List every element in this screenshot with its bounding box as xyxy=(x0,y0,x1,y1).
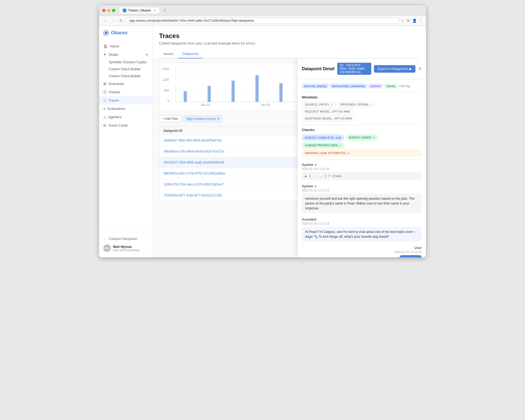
app-container: Okareo 🏠 Home ✦ Studio ▼ Synthetic Scena… xyxy=(99,26,426,257)
export-arrow-icon: ▶ xyxy=(409,67,412,71)
sidebar-item-label: Score Cards xyxy=(108,123,128,127)
detail-header: Datapoint Detail ID: D6E2281F-765D-4668-… xyxy=(298,58,426,79)
checks-icon: ☑ xyxy=(103,90,107,94)
main-content: Traces Collect datapoints from your LLM … xyxy=(153,26,426,257)
sidebar-item-eval-playground[interactable]: Synthetic Scenario Copilot xyxy=(99,59,152,66)
address-bar[interactable]: app.okareo.com/project/8c69ab40-7e5e-444… xyxy=(126,17,399,24)
message-role-4: User xyxy=(414,246,422,250)
menu-icon[interactable]: ⋮ xyxy=(419,18,423,23)
tag-question-answering[interactable]: task:question_answering xyxy=(330,84,367,88)
datapoint-id-6[interactable]: 7629920a-f877-4c66-9f77-fe41bc221302 xyxy=(164,194,318,197)
tab-bar: Issues Datapoints xyxy=(159,50,419,58)
meta-tag-x-icon[interactable]: ✕ xyxy=(369,103,372,106)
eval-playground-label: Synthetic Scenario Copilot xyxy=(109,60,147,64)
sidebar-item-scenarios[interactable]: ⊞ Scenarios xyxy=(99,80,152,88)
tag-role-playing[interactable]: task:role_playing xyxy=(302,84,328,88)
detail-id-badge: ID: D6E2281F-765D-4668-AADB-1EE5B9D8DC04 xyxy=(337,63,371,75)
traces-icon: ⬡ xyxy=(103,98,106,102)
browser-nav: ← → ↻ app.okareo.com/project/8c69ab40-7e… xyxy=(99,16,426,26)
check-tags: SURVEY COMPLETE: 4.94 SURVEY SAVED: ✓ LE… xyxy=(302,135,422,148)
x-label-2: Jan-25 xyxy=(261,103,270,106)
maximize-button[interactable] xyxy=(112,9,115,12)
chevron-down-icon: ▼ xyxy=(145,53,148,56)
home-icon: 🏠 xyxy=(103,44,108,48)
minimize-button[interactable] xyxy=(107,9,110,12)
message-block-3: Assistant 2025-01-20 17:21:19 Hi Pearl! … xyxy=(302,218,422,242)
message-block-4: User 2025-01-20 17:21:19 Bull Mastiff xyxy=(302,246,422,257)
expand-icon: ▶ xyxy=(305,174,309,178)
sidebar-item-checks[interactable]: ☑ Checks xyxy=(99,88,152,96)
tab-issues[interactable]: Issues xyxy=(159,50,178,58)
close-detail-button[interactable]: ✕ xyxy=(418,66,422,72)
collapsed-json-1[interactable]: ▶ { . . . } 7 items xyxy=(302,172,422,180)
sidebar-nav: 🏠 Home ✦ Studio ▼ Synthetic Scenario Cop… xyxy=(99,40,152,232)
sidebar-item-home[interactable]: 🏠 Home xyxy=(99,42,152,50)
content-area: 2231 1200 600 0 xyxy=(153,58,426,257)
refresh-button[interactable]: ↻ xyxy=(118,18,124,23)
svg-rect-10 xyxy=(256,75,259,102)
sidebar-item-evaluations[interactable]: ≡ Evaluations xyxy=(99,105,152,113)
check-survey-saved: SURVEY SAVED: ✓ xyxy=(346,135,378,141)
sidebar-item-studio[interactable]: ✦ Studio ▼ xyxy=(99,50,152,59)
sidebar-item-label: Home xyxy=(110,44,119,48)
scorecards-icon: ⊟ xyxy=(103,123,106,127)
tag-webinar[interactable]: webinar xyxy=(368,84,383,88)
col-datapoint-id: Datapoint ID xyxy=(164,129,318,133)
sidebar-logo: Okareo xyxy=(99,26,152,40)
tag-survey[interactable]: survey xyxy=(384,84,397,88)
message-block-1: System ▼ 2025-01-20 17:21:19 ▶ { . . . }… xyxy=(302,163,422,180)
user-avatar: MW xyxy=(103,244,111,252)
user-info[interactable]: MW Matt Wyman User and Org Settings › xyxy=(103,242,148,254)
add-tag-button[interactable]: Add tag xyxy=(399,84,410,88)
datapoint-id-2[interactable]: d0fa840a-a706-48e9-b4bd-b242e741671e xyxy=(164,150,318,153)
new-tab-button[interactable]: + xyxy=(163,8,166,13)
meta-tag-x-icon[interactable]: ✕ xyxy=(331,103,333,106)
divider xyxy=(302,159,422,160)
agentics-icon: △ xyxy=(103,115,106,119)
export-to-playground-button[interactable]: Export to Playground ▶ xyxy=(374,65,415,73)
datapoint-id-5[interactable]: 1638c376-2336-4acc-8129-436023af1e47 xyxy=(164,183,318,186)
evaluations-icon: ≡ xyxy=(103,107,106,111)
sidebar-item-agentics[interactable]: △ Agentics xyxy=(99,113,152,121)
star-icon[interactable]: ☆ xyxy=(401,18,404,23)
sidebar-item-label: Traces xyxy=(108,98,119,102)
sidebar-item-label: Evaluations xyxy=(108,107,126,111)
user-text: Matt Wyman User and Org Settings xyxy=(113,245,145,252)
forward-button[interactable]: → xyxy=(110,18,116,23)
filter-tag-close-icon[interactable]: ✕ xyxy=(217,117,220,121)
add-filter-button[interactable]: + Add Filter xyxy=(159,115,181,122)
back-button[interactable]: ← xyxy=(102,18,108,23)
message-timestamp-4: 2025-01-20 17:21:19 xyxy=(394,250,422,254)
y-label-mid1: 1200 xyxy=(163,78,169,81)
browser-tab[interactable]: Traces | Okareo ✕ xyxy=(119,8,159,13)
profile-icon[interactable]: 👤 xyxy=(412,18,417,23)
role-dropdown-1[interactable]: System ▼ xyxy=(302,163,317,167)
collapse-navigation-button[interactable]: ← Collapse Navigation xyxy=(103,235,148,242)
sidebar-item-scorecards[interactable]: ⊟ Score Cards xyxy=(99,121,152,129)
metadata-tags-row2: RESPONSE MODEL: GPT-4O-MINI xyxy=(302,116,422,121)
datapoint-id-4[interactable]: 8863682a-0921-473e-9752-5213402e89aa xyxy=(164,172,318,175)
close-button[interactable] xyxy=(102,9,106,12)
extensions-icon[interactable]: ⚙ xyxy=(407,18,410,23)
datapoint-id-3[interactable]: d6e2281f-765d-4668-aadb-1ee5b9d8dc04 xyxy=(164,161,318,164)
message-bubble-3: Hi Pearl! I'm Calypso, and I'm here to c… xyxy=(302,227,422,242)
tab-datapoints[interactable]: Datapoints xyxy=(178,50,203,58)
scenarios-icon: ⊞ xyxy=(103,82,106,86)
sidebar-item-custom-check[interactable]: Custom Check Builder xyxy=(99,73,152,80)
meta-tag-response-model: RESPONSE MODEL: GPT-4O-MINI xyxy=(302,116,355,121)
metadata-tags: SOURCE: PROXY ✕ PROVIDER: OPENAI ✕ REQUE… xyxy=(302,102,422,114)
x-label-1: Jan-23 xyxy=(201,103,210,106)
sidebar-item-label: Studio xyxy=(108,53,118,57)
sidebar-item-traces[interactable]: ⬡ Traces xyxy=(99,96,152,105)
tab-title: Traces | Okareo xyxy=(128,9,151,12)
y-label-top: 2231 xyxy=(163,67,169,70)
role-dropdown-2[interactable]: System ▼ xyxy=(302,184,317,188)
tab-close-icon[interactable]: ✕ xyxy=(153,9,156,12)
sidebar-item-synthetic-copilot[interactable]: Custom Check Builder xyxy=(99,66,152,73)
sidebar-bottom: ← Collapse Navigation MW Matt Wyman User… xyxy=(99,232,152,257)
synthetic-copilot-label: Custom Check Builder xyxy=(109,67,141,71)
svg-rect-11 xyxy=(279,83,283,102)
active-filter-tag[interactable]: Tags contains survey ✕ xyxy=(183,116,222,122)
checks-section-title: Checks: xyxy=(302,128,422,132)
datapoint-id-1[interactable]: c84965d7-f800-4f83-883f-26e597fa67dd xyxy=(164,139,318,142)
